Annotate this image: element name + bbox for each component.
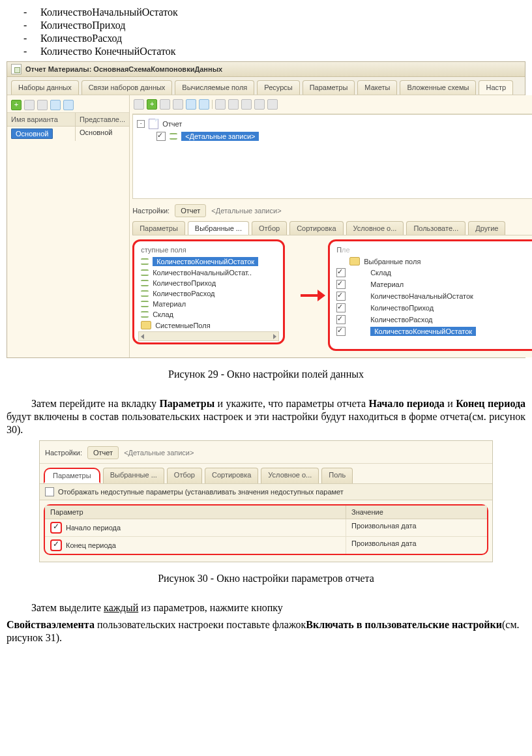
figure-30-caption: Рисунок 30 - Окно настройки параметров о…	[7, 573, 525, 584]
copy-icon[interactable]	[24, 100, 35, 110]
tab-settings[interactable]: Настр	[479, 80, 513, 95]
paragraph-2b: Свойстваэлемента пользовательских настро…	[7, 618, 525, 644]
subtab-other[interactable]: Другие	[468, 221, 505, 235]
selected-field[interactable]: КоличествоКонечныйОстаток	[370, 327, 476, 336]
tree-checkbox[interactable]	[156, 132, 166, 141]
subtab-selected-fields[interactable]: Выбранные ...	[103, 468, 164, 483]
field-checkbox[interactable]	[336, 292, 346, 301]
toolB-icon[interactable]	[228, 99, 239, 110]
field-icon	[141, 258, 149, 265]
selected-field[interactable]: КоличествоНачальныйОстаток	[370, 292, 473, 300]
param-checkbox[interactable]	[50, 539, 62, 551]
figure-29-window: Отчет Материалы: ОсновнаяСхемаКомпоновки…	[7, 61, 525, 358]
selected-field[interactable]: Склад	[370, 269, 391, 277]
param-name[interactable]: Начало периода	[66, 524, 121, 532]
settings-label: Настройки:	[132, 207, 170, 215]
available-field[interactable]: КоличествоНачальныйОстат..	[153, 269, 252, 277]
add-icon[interactable]	[11, 100, 22, 110]
tab-dataset-links[interactable]: Связи наборов данных	[81, 80, 173, 95]
subtab-user[interactable]: Поль	[321, 468, 353, 483]
subtab-selected-fields[interactable]: Выбранные ...	[188, 221, 249, 235]
subtab-params[interactable]: Параметры	[132, 221, 185, 235]
toolA-icon[interactable]	[215, 99, 226, 110]
subtab-params[interactable]: Параметры	[44, 468, 100, 483]
param-name[interactable]: Конец периода	[66, 541, 116, 549]
available-fields-box: ступные поля КоличествоКонечныйОстаток К…	[132, 239, 285, 344]
available-field[interactable]: СистемныеПоля	[155, 322, 210, 329]
subtab-filter[interactable]: Отбор	[252, 221, 287, 235]
field-checkbox[interactable]	[336, 303, 346, 312]
field-checkbox[interactable]	[336, 268, 346, 277]
tool-icon[interactable]	[134, 99, 144, 110]
structure-tree[interactable]: - Отчет <Детальные записи>	[132, 114, 532, 199]
subtab-user[interactable]: Пользовате...	[406, 221, 466, 235]
col-parameter: Параметр	[45, 506, 346, 519]
subtab-sort[interactable]: Сортировка	[205, 468, 258, 483]
field-checkbox[interactable]	[336, 280, 346, 289]
down-icon[interactable]	[199, 99, 209, 110]
field-checkbox[interactable]	[336, 327, 346, 336]
subtab-sort[interactable]: Сортировка	[289, 221, 343, 235]
figure-30-window: Настройки: Отчет <Детальные записи> Пара…	[39, 440, 493, 562]
field-icon	[141, 280, 149, 286]
bullet: КоличествоНачальныйОстаток	[40, 7, 178, 18]
param-value[interactable]: Произвольная дата	[346, 537, 487, 554]
subtab-conditional[interactable]: Условное о...	[346, 221, 404, 235]
param-value[interactable]: Произвольная дата	[346, 519, 487, 536]
move-down-icon[interactable]	[63, 100, 74, 110]
variant-name[interactable]: Основной	[11, 129, 53, 139]
available-field[interactable]: КоличествоПриход	[153, 279, 216, 287]
selected-group-label[interactable]: Выбранные поля	[364, 258, 421, 265]
delete-icon[interactable]	[37, 100, 48, 110]
tab-datasets[interactable]: Наборы данных	[11, 80, 79, 95]
selected-field[interactable]: КоличествоРасход	[370, 316, 432, 324]
tool2-icon[interactable]	[173, 99, 183, 110]
variants-panel: Имя варианта Представле... Основной Осно…	[7, 95, 130, 357]
field-icon	[141, 301, 149, 307]
toolE-icon[interactable]	[267, 99, 278, 110]
up-icon[interactable]	[186, 99, 196, 110]
available-field[interactable]: КоличествоРасход	[153, 290, 214, 297]
settings-breadcrumb: <Детальные записи>	[211, 207, 281, 215]
tree-root-label: Отчет	[162, 120, 182, 128]
tab-nested-schemes[interactable]: Вложенные схемы	[400, 80, 476, 95]
available-field[interactable]: Материал	[153, 300, 186, 308]
move-up-icon[interactable]	[50, 100, 61, 110]
field-icon	[141, 269, 149, 276]
figure-29-caption: Рисунок 29 - Окно настройки полей данных	[7, 369, 525, 380]
subtab-conditional[interactable]: Условное о...	[261, 468, 319, 483]
settings-context-tab[interactable]: Отчет	[87, 446, 119, 459]
variant-repr: Основной	[76, 127, 116, 141]
toolC-icon[interactable]	[241, 99, 252, 110]
paragraph-1: Затем перейдите на вкладку Параметры и у…	[7, 397, 525, 436]
collapse-icon[interactable]: -	[137, 120, 145, 128]
selected-field[interactable]: КоличествоПриход	[370, 304, 434, 312]
field-icon	[141, 290, 149, 297]
tab-resources[interactable]: Ресурсы	[257, 80, 299, 95]
delete2-icon[interactable]	[160, 99, 170, 110]
param-checkbox[interactable]	[50, 522, 62, 534]
available-field[interactable]: Склад	[153, 310, 173, 318]
window-titlebar: Отчет Материалы: ОсновнаяСхемаКомпоновки…	[7, 62, 525, 77]
selected-header: Пле	[332, 244, 532, 256]
arrow-right-icon	[299, 286, 314, 305]
subtab-filter[interactable]: Отбор	[167, 468, 202, 483]
tab-params[interactable]: Параметры	[303, 80, 355, 95]
tab-calc-fields[interactable]: Вычисляемые поля	[175, 80, 254, 95]
tree-detail-label[interactable]: <Детальные записи>	[181, 132, 259, 141]
selected-fields-box: Пле Выбранные поля Склад Материал Количе…	[328, 239, 532, 351]
toolD-icon[interactable]	[254, 99, 265, 110]
settings-context-tab[interactable]: Отчет	[175, 204, 206, 217]
col-value: Значение	[346, 506, 487, 519]
available-field[interactable]: КоличествоКонечныйОстаток	[153, 257, 258, 266]
field-icon	[141, 311, 149, 318]
available-fields-header: ступные поля	[137, 244, 280, 256]
selected-field[interactable]: Материал	[370, 280, 404, 288]
variants-col-name: Имя варианта	[7, 113, 76, 126]
window-title: Отчет Материалы: ОсновнаяСхемаКомпоновки…	[25, 65, 222, 73]
field-checkbox[interactable]	[336, 315, 346, 324]
show-inaccessible-checkbox[interactable]	[45, 487, 54, 496]
tab-layouts[interactable]: Макеты	[357, 80, 397, 95]
pencil-icon[interactable]	[147, 99, 157, 110]
horizontal-scrollbar[interactable]	[138, 331, 279, 341]
